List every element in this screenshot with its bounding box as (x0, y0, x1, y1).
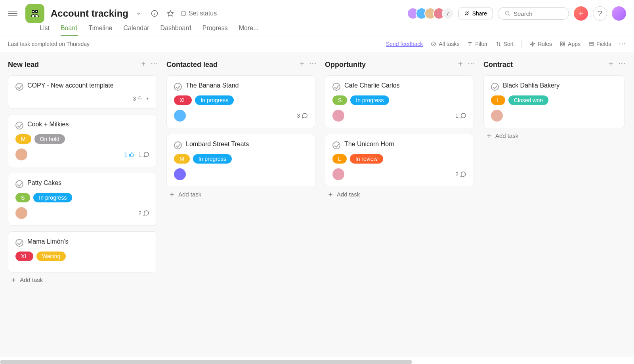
task-card[interactable]: Patty Cakes SIn progress 2 (8, 173, 157, 226)
status-pill: Closed won (508, 95, 548, 105)
complete-task-icon[interactable] (332, 141, 340, 149)
complete-task-icon[interactable] (15, 239, 23, 247)
tab-more[interactable]: More... (239, 21, 259, 36)
complete-task-icon[interactable] (15, 83, 23, 91)
star-icon[interactable] (165, 8, 176, 19)
add-task-label: Add task (495, 132, 518, 139)
task-card[interactable]: Cafe Charlie Carlos SIn progress 1 (325, 75, 474, 128)
comment-count[interactable]: 2 (455, 171, 466, 177)
complete-task-icon[interactable] (15, 122, 23, 130)
comment-count[interactable]: 1 (138, 151, 149, 158)
size-pill: XL (15, 252, 33, 261)
comment-count[interactable]: 2 (138, 210, 149, 216)
member-avatars[interactable]: 7 (410, 8, 454, 19)
add-task-button[interactable]: Add task (483, 128, 626, 143)
share-button[interactable]: Share (458, 8, 493, 19)
add-card-icon[interactable] (140, 60, 147, 69)
plus-icon (169, 191, 175, 198)
column-more-icon[interactable]: ··· (468, 60, 476, 69)
set-status-button[interactable]: Set status (181, 10, 217, 17)
column-title: Contacted lead (166, 61, 218, 69)
plus-icon (486, 133, 492, 139)
filter-button[interactable]: Filter (467, 41, 487, 47)
add-task-button[interactable]: Add task (166, 187, 317, 202)
add-task-label: Add task (20, 276, 43, 283)
size-pill: L (491, 95, 505, 105)
help-button[interactable]: ? (593, 6, 607, 21)
filter-all-tasks[interactable]: All tasks (431, 41, 459, 47)
task-title: Cook + Milkies (27, 121, 69, 128)
comment-icon (460, 171, 466, 177)
filter-icon (467, 41, 473, 47)
comment-count[interactable]: 1 (455, 112, 466, 119)
more-icon[interactable]: ··· (619, 41, 626, 47)
fields-button[interactable]: Fields (588, 41, 611, 47)
svg-point-0 (32, 10, 34, 13)
search-input[interactable] (514, 10, 562, 17)
assignee-avatar[interactable] (332, 168, 344, 180)
add-card-icon[interactable] (298, 60, 306, 69)
size-pill: XL (174, 95, 192, 105)
column-more-icon[interactable]: ··· (151, 60, 158, 69)
task-card[interactable]: Mama Limón's XLWaiting (8, 231, 157, 273)
user-avatar[interactable] (612, 6, 626, 21)
tab-progress[interactable]: Progress (202, 21, 228, 36)
complete-task-icon[interactable] (491, 83, 499, 91)
task-title: The Unicorn Horn (344, 141, 394, 148)
project-icon (25, 4, 44, 23)
send-feedback-link[interactable]: Send feedback (386, 41, 423, 47)
chevron-down-icon[interactable] (133, 8, 144, 19)
tab-list[interactable]: List (40, 21, 50, 36)
task-card[interactable]: Cook + Milkies MOn hold 11 (8, 114, 157, 167)
grid-icon (560, 41, 565, 47)
svg-point-7 (468, 12, 469, 13)
column-title: Opportunity (325, 61, 366, 69)
plus-icon (327, 191, 334, 198)
assignee-avatar[interactable] (174, 168, 186, 180)
task-card[interactable]: Black Dahlia Bakery LClosed won (483, 75, 624, 128)
member-overflow-count[interactable]: 7 (442, 8, 454, 19)
task-card[interactable]: COPY - New account template 3 (8, 75, 157, 109)
column-title: New lead (8, 61, 39, 69)
task-card[interactable]: Lombard Street Treats MIn progress (166, 134, 315, 187)
task-title: COPY - New account template (27, 82, 114, 89)
status-pill: In review (350, 154, 383, 164)
svg-rect-15 (561, 42, 562, 44)
like-count[interactable]: 1 (124, 151, 134, 158)
search-input-wrapper[interactable] (498, 7, 569, 20)
sort-button[interactable]: Sort (496, 41, 514, 47)
add-card-icon[interactable] (457, 60, 464, 69)
tab-timeline[interactable]: Timeline (89, 21, 113, 36)
complete-task-icon[interactable] (15, 180, 23, 188)
add-task-button[interactable]: Add task (325, 187, 476, 202)
omnibutton-add[interactable]: + (574, 6, 588, 21)
task-card[interactable]: The Banana Stand XLIn progress 3 (166, 75, 315, 128)
divider (521, 40, 522, 48)
info-icon[interactable] (149, 8, 160, 19)
complete-task-icon[interactable] (174, 141, 182, 149)
assignee-avatar[interactable] (491, 110, 503, 122)
tab-calendar[interactable]: Calendar (123, 21, 149, 36)
comment-icon (143, 210, 149, 216)
assignee-avatar[interactable] (332, 110, 344, 122)
assignee-avatar[interactable] (15, 207, 27, 219)
apps-button[interactable]: Apps (560, 41, 581, 47)
add-task-button[interactable]: Add task (8, 273, 158, 287)
svg-rect-18 (563, 44, 565, 46)
comment-count[interactable]: 3 (297, 112, 308, 119)
rules-button[interactable]: Rules (530, 41, 552, 47)
tab-board[interactable]: Board (61, 21, 78, 36)
add-card-icon[interactable] (607, 60, 615, 69)
menu-toggle-icon[interactable] (8, 9, 17, 18)
assignee-avatar[interactable] (15, 149, 27, 160)
column-more-icon[interactable]: ··· (309, 60, 317, 69)
column-more-icon[interactable]: ··· (619, 60, 626, 69)
complete-task-icon[interactable] (174, 83, 182, 91)
tab-dashboard[interactable]: Dashboard (160, 21, 191, 36)
search-icon (504, 10, 510, 17)
assignee-avatar[interactable] (174, 110, 186, 122)
check-circle-icon (431, 41, 436, 47)
complete-task-icon[interactable] (332, 83, 340, 91)
task-title: Black Dahlia Bakery (503, 82, 560, 89)
task-card[interactable]: The Unicorn Horn LIn review 2 (325, 134, 474, 187)
